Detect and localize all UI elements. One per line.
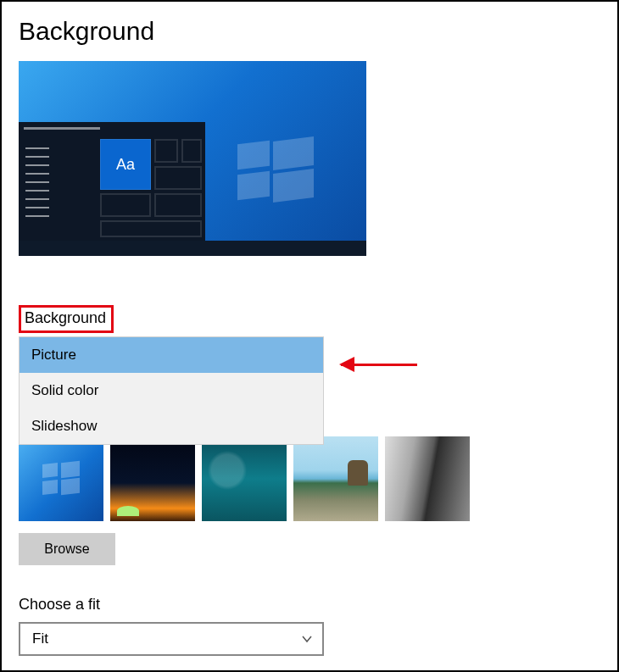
background-dropdown-open[interactable]: Picture Solid color Slideshow: [19, 336, 324, 445]
background-option-picture[interactable]: Picture: [20, 337, 323, 373]
taskbar-preview: [19, 241, 366, 256]
sample-tile: Aa: [100, 139, 151, 190]
thumb-night-horizon[interactable]: [110, 436, 195, 521]
browse-button[interactable]: Browse: [19, 533, 115, 565]
windows-logo-icon: [237, 139, 314, 200]
choose-fit-label: Choose a fit: [19, 596, 600, 614]
background-option-solid-color[interactable]: Solid color: [20, 373, 323, 408]
background-thumbnails: [19, 436, 600, 521]
fit-dropdown-value: Fit: [32, 630, 48, 647]
annotation-highlight-box: Background: [19, 305, 114, 333]
thumb-underwater[interactable]: [202, 436, 287, 521]
background-option-slideshow[interactable]: Slideshow: [20, 408, 323, 444]
thumb-windows-default[interactable]: [19, 436, 103, 521]
thumb-beach-rock[interactable]: [293, 436, 378, 521]
desktop-preview: Aa: [19, 61, 366, 256]
thumb-rock-waterfall[interactable]: [385, 436, 470, 521]
annotation-arrow: [341, 356, 417, 373]
chevron-down-icon: [300, 632, 314, 646]
page-title: Background: [19, 17, 600, 46]
background-dropdown-label: Background: [25, 309, 106, 327]
fit-dropdown[interactable]: Fit: [19, 622, 324, 656]
start-menu-preview: Aa: [19, 122, 205, 241]
